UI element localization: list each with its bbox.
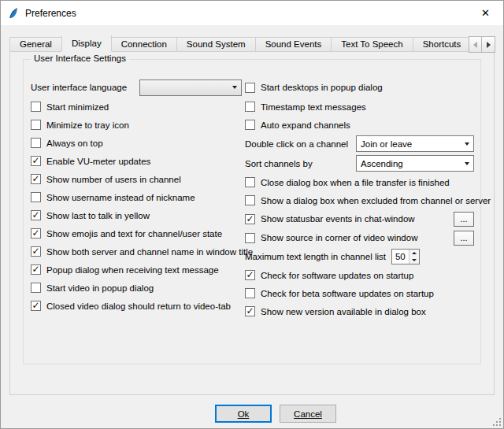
- checkbox-minimize-to-tray[interactable]: [31, 120, 41, 130]
- checkbox-label[interactable]: Show both server and channel name in win…: [46, 247, 253, 257]
- close-icon[interactable]: ✕: [468, 1, 503, 25]
- checkbox-video-source-corner[interactable]: [245, 233, 255, 243]
- checkbox-video-popup[interactable]: [31, 283, 41, 293]
- settings-columns: User interface language Start minimized …: [31, 77, 476, 320]
- checkbox-vu-meter-updates[interactable]: [31, 156, 41, 166]
- checkbox-label[interactable]: Show number of users in channel: [46, 175, 181, 184]
- checkbox-label[interactable]: Show emojis and text for channel/user st…: [46, 229, 222, 239]
- checkbox-last-talk-yellow[interactable]: [31, 210, 41, 220]
- checkbox-label[interactable]: Check for software updates on startup: [261, 271, 413, 280]
- checkbox-auto-expand-channels[interactable]: [245, 120, 255, 130]
- checkbox-statusbar-events[interactable]: [245, 214, 255, 224]
- tabstrip: General Display Connection Sound System …: [9, 35, 471, 52]
- settings-column-right: Start desktops in popup dialog Timestamp…: [245, 77, 476, 320]
- tab-text-to-speech[interactable]: Text To Speech: [332, 37, 413, 52]
- settings-row: Show new version available in dialog box: [245, 302, 476, 320]
- double-click-combo[interactable]: Join or leave: [356, 135, 474, 152]
- max-text-length-value: 50: [392, 252, 409, 261]
- spinner-arrows: [409, 250, 419, 264]
- settings-row: Auto expand channels: [245, 116, 476, 134]
- tab-page-display: User Interface Settings User interface l…: [9, 51, 495, 395]
- checkbox-label[interactable]: Show last to talk in yellow: [46, 211, 150, 220]
- checkbox-video-return-tab[interactable]: [31, 301, 41, 311]
- tab-sound-system[interactable]: Sound System: [177, 37, 256, 52]
- checkbox-always-on-top[interactable]: [31, 138, 41, 148]
- checkbox-emoji-text-state[interactable]: [31, 228, 41, 239]
- checkbox-start-minimized[interactable]: [31, 102, 41, 112]
- spin-down-icon[interactable]: [410, 257, 419, 264]
- settings-row: Show number of users in channel: [31, 170, 245, 188]
- checkbox-label[interactable]: Check for beta software updates on start…: [261, 289, 434, 298]
- settings-row: Show emojis and text for channel/user st…: [31, 224, 245, 242]
- settings-row: Show both server and channel name in win…: [31, 242, 245, 261]
- settings-row: Always on top: [31, 134, 245, 152]
- statusbar-events-config-button[interactable]: ...: [454, 212, 474, 227]
- tab-general[interactable]: General: [9, 37, 62, 52]
- settings-row: Closed video dialog should return to vid…: [31, 297, 245, 315]
- settings-row: Show username instead of nickname: [31, 188, 245, 206]
- settings-row: Minimize to tray icon: [31, 116, 245, 134]
- checkbox-label[interactable]: Close dialog box when a file transfer is…: [261, 178, 450, 187]
- checkbox-timestamp-messages[interactable]: [245, 102, 255, 112]
- checkbox-label[interactable]: Enable VU-meter updates: [46, 157, 150, 166]
- titlebar: Preferences ✕: [1, 1, 503, 25]
- checkbox-label[interactable]: Show statusbar events in chat-window: [261, 214, 415, 224]
- tab-scroll-left-icon[interactable]: [469, 36, 482, 53]
- checkbox-check-beta-updates[interactable]: [245, 288, 255, 298]
- settings-row: Start desktops in popup dialog: [245, 77, 476, 98]
- checkbox-label[interactable]: Start desktops in popup dialog: [261, 83, 383, 92]
- checkbox-label[interactable]: Timestamp text messages: [261, 102, 366, 112]
- checkbox-check-updates[interactable]: [245, 270, 255, 280]
- checkbox-label[interactable]: Start minimized: [46, 102, 109, 112]
- dialog-buttons: Ok Cancel: [1, 405, 503, 423]
- checkbox-label[interactable]: Auto expand channels: [261, 120, 350, 130]
- tab-display[interactable]: Display: [61, 35, 112, 52]
- checkbox-new-version-dialog[interactable]: [245, 306, 255, 316]
- max-text-length-input[interactable]: 50: [391, 249, 420, 264]
- chevron-down-icon: [460, 136, 473, 151]
- chevron-down-icon: [228, 80, 241, 95]
- tab-sound-events[interactable]: Sound Events: [256, 37, 332, 52]
- cancel-button[interactable]: Cancel: [280, 405, 336, 423]
- ok-label: Ok: [238, 409, 250, 419]
- settings-row: Show last to talk in yellow: [31, 206, 245, 224]
- tab-scroller: [469, 36, 495, 53]
- checkbox-excluded-dialog[interactable]: [245, 195, 255, 205]
- tab-shortcuts[interactable]: Shortcuts: [413, 37, 471, 52]
- settings-column-left: User interface language Start minimized …: [31, 77, 245, 320]
- max-text-length-label: Maximum text length in channel list: [245, 252, 386, 261]
- window-title: Preferences: [25, 8, 76, 19]
- checkbox-close-on-transfer[interactable]: [245, 177, 255, 187]
- video-source-row: Show source in corner of video window ..…: [245, 228, 476, 247]
- video-source-config-button[interactable]: ...: [454, 231, 474, 246]
- settings-row: Show a dialog box when excluded from cha…: [245, 191, 476, 209]
- checkbox-popup-text-message[interactable]: [31, 264, 41, 275]
- sort-channels-combo[interactable]: Ascending: [356, 155, 474, 172]
- checkbox-label[interactable]: Minimize to tray icon: [46, 120, 129, 130]
- cancel-label: Cancel: [294, 409, 322, 419]
- checkbox-label[interactable]: Always on top: [46, 139, 103, 148]
- checkbox-label[interactable]: Show new version available in dialog box: [261, 307, 426, 316]
- chevron-down-icon: [460, 156, 473, 171]
- tab-scroll-right-icon[interactable]: [482, 36, 495, 53]
- checkbox-desktops-popup[interactable]: [245, 83, 255, 93]
- spin-up-icon[interactable]: [410, 250, 419, 257]
- checkbox-show-username[interactable]: [31, 192, 41, 202]
- checkbox-label[interactable]: Popup dialog when receiving text message: [46, 265, 219, 275]
- checkbox-show-user-count[interactable]: [31, 174, 41, 184]
- checkbox-label[interactable]: Show username instead of nickname: [46, 193, 195, 202]
- language-combo[interactable]: [139, 80, 242, 96]
- language-label: User interface language: [31, 83, 127, 92]
- group-title: User Interface Settings: [31, 54, 129, 63]
- checkbox-label[interactable]: Closed video dialog should return to vid…: [46, 301, 231, 311]
- tab-connection[interactable]: Connection: [112, 37, 177, 52]
- checkbox-label[interactable]: Start video in popup dialog: [46, 283, 154, 293]
- statusbar-events-row: Show statusbar events in chat-window ...: [245, 209, 476, 228]
- checkbox-server-channel-title[interactable]: [31, 246, 41, 257]
- ok-button[interactable]: Ok: [215, 405, 272, 423]
- settings-row: Enable VU-meter updates: [31, 152, 245, 170]
- resize-grip[interactable]: [491, 416, 502, 427]
- max-text-length-row: Maximum text length in channel list 50: [245, 247, 476, 266]
- checkbox-label[interactable]: Show source in corner of video window: [261, 233, 417, 242]
- checkbox-label[interactable]: Show a dialog box when excluded from cha…: [261, 196, 491, 205]
